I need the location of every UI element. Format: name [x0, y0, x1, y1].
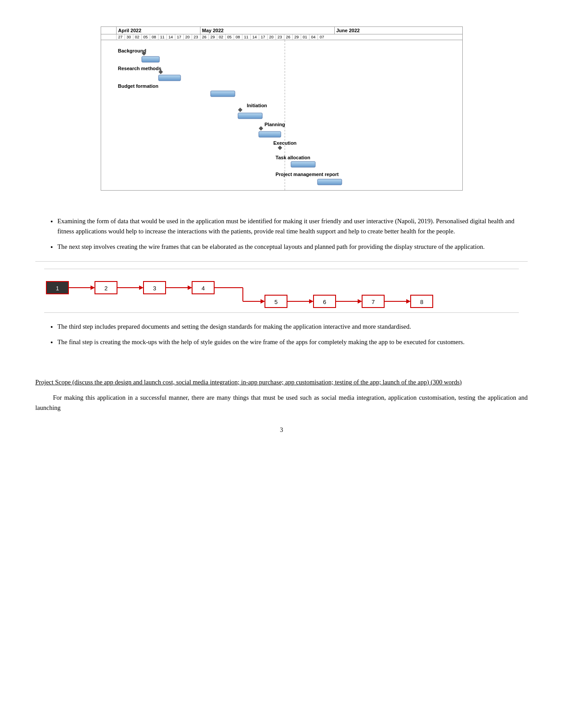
- svg-text:2: 2: [104, 285, 107, 292]
- svg-text:Planning: Planning: [264, 122, 285, 127]
- svg-rect-20: [317, 179, 342, 185]
- section-heading: Project Scope (discuss the app design an…: [35, 377, 528, 387]
- svg-text:Project management report: Project management report: [276, 172, 339, 177]
- svg-text:Initiation: Initiation: [247, 103, 267, 108]
- svg-rect-18: [291, 161, 315, 167]
- svg-marker-28: [139, 285, 144, 290]
- gantt-day-row: 27 30 02 05 08 11 14 17 20 23 26 29 02 0…: [101, 34, 462, 40]
- gantt-body: Background Research methods Budget forma…: [101, 40, 462, 190]
- svg-marker-50: [406, 299, 411, 304]
- svg-text:Task allocation: Task allocation: [276, 155, 310, 160]
- svg-rect-6: [159, 75, 181, 81]
- svg-marker-32: [188, 285, 192, 290]
- svg-text:6: 6: [323, 299, 326, 305]
- svg-marker-24: [91, 285, 95, 290]
- svg-text:Background: Background: [118, 48, 146, 53]
- svg-text:3: 3: [153, 285, 156, 292]
- svg-rect-3: [142, 56, 159, 62]
- svg-marker-10: [238, 108, 242, 112]
- svg-text:5: 5: [274, 299, 277, 305]
- svg-rect-14: [259, 131, 281, 137]
- body-paragraph: For making this application in a success…: [35, 393, 528, 413]
- svg-marker-42: [309, 299, 314, 304]
- svg-text:7: 7: [371, 299, 374, 305]
- flow-diagram-svg: 1 2 3 4 5 6 7: [44, 273, 530, 312]
- bullet-item-4: The final step is creating the mock-ups …: [57, 337, 514, 347]
- bullet-item-2: The next step involves creating the wire…: [57, 242, 514, 252]
- svg-marker-16: [278, 146, 282, 150]
- svg-text:1: 1: [56, 285, 59, 292]
- gantt-month-row: April 2022 May 2022 June 2022: [101, 27, 462, 34]
- gantt-chart: April 2022 May 2022 June 2022 27 30 02 0…: [35, 26, 528, 204]
- svg-text:Research methods: Research methods: [118, 66, 161, 71]
- bullet-item-3: The third step includes prepared documen…: [57, 322, 514, 332]
- divider-1: [35, 261, 528, 262]
- svg-text:Execution: Execution: [273, 140, 297, 146]
- svg-marker-38: [261, 299, 265, 304]
- bullet-list-top: Examining the form of data that would be…: [35, 216, 528, 252]
- svg-text:Budget formation: Budget formation: [118, 83, 159, 89]
- bullet-item-1: Examining the form of data that would be…: [57, 216, 514, 236]
- svg-text:8: 8: [420, 299, 423, 305]
- bullet-list-bottom: The third step includes prepared documen…: [35, 322, 528, 347]
- page-number: 3: [35, 427, 528, 434]
- svg-marker-46: [358, 299, 362, 304]
- svg-text:4: 4: [201, 285, 204, 292]
- flow-diagram-container: 1 2 3 4 5 6 7: [44, 269, 519, 313]
- svg-rect-8: [211, 91, 235, 97]
- svg-rect-11: [238, 113, 262, 119]
- svg-marker-13: [259, 126, 263, 131]
